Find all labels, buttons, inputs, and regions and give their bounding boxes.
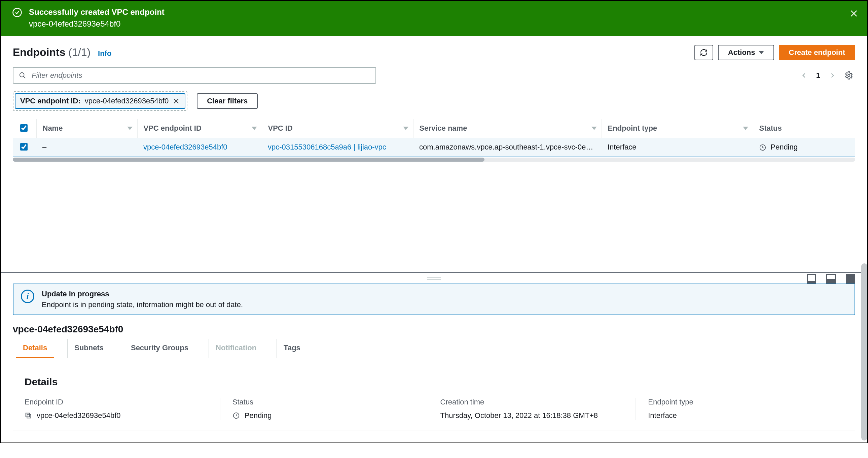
col-vpc-id[interactable]: VPC ID (262, 119, 413, 138)
success-banner: Successfully created VPC endpoint vpce-0… (1, 1, 867, 36)
tab-notification: Notification (209, 339, 263, 358)
filter-token-vpc-endpoint-id[interactable]: VPC endpoint ID: vpce-04efed32693e54bf0 (15, 93, 185, 109)
page-title: Endpoints (1/1) (13, 46, 91, 59)
copy-icon[interactable] (25, 412, 32, 419)
pending-icon (232, 412, 240, 419)
tab-details[interactable]: Details (16, 339, 54, 358)
pager-next[interactable] (829, 72, 836, 79)
success-check-icon (12, 7, 22, 18)
banner-title: Successfully created VPC endpoint (29, 7, 164, 17)
pane-size-full-icon[interactable] (846, 274, 855, 284)
details-card: Details Endpoint ID vpce-04efed32693e54b… (13, 366, 855, 430)
horizontal-scrollbar[interactable] (13, 158, 855, 162)
svg-rect-5 (26, 413, 30, 417)
creation-time-value: Thursday, October 13, 2022 at 16:18:38 G… (440, 411, 598, 420)
refresh-button[interactable] (694, 45, 713, 60)
actions-dropdown[interactable]: Actions (718, 45, 774, 60)
pager-prev[interactable] (801, 72, 807, 79)
details-card-title: Details (25, 376, 843, 388)
endpoint-type-label: Endpoint type (648, 398, 831, 406)
select-all-checkbox[interactable] (20, 124, 28, 132)
cell-name: – (36, 138, 137, 156)
tab-tags[interactable]: Tags (277, 339, 307, 358)
cell-vpc-id-link[interactable]: vpc-03155306168c5a9a6 | lijiao-vpc (268, 143, 386, 151)
endpoint-id-value: vpce-04efed32693e54bf0 (37, 411, 121, 420)
drag-handle-icon[interactable] (427, 277, 441, 280)
col-endpoint-type[interactable]: Endpoint type (601, 119, 753, 138)
banner-subtitle: vpce-04efed32693e54bf0 (29, 19, 164, 29)
pane-splitter[interactable] (1, 273, 867, 284)
create-endpoint-button[interactable]: Create endpoint (779, 45, 855, 60)
row-checkbox[interactable] (20, 143, 28, 150)
status-label: Status (232, 398, 416, 406)
svg-point-2 (848, 75, 850, 77)
cell-endpoint-type: Interface (601, 138, 753, 156)
info-link[interactable]: Info (98, 49, 111, 58)
clear-filters-button[interactable]: Clear filters (197, 93, 258, 109)
remove-filter-icon[interactable] (173, 97, 180, 105)
alert-title: Update in progress (42, 290, 243, 298)
col-endpoint-id[interactable]: VPC endpoint ID (137, 119, 262, 138)
cell-endpoint-id-link[interactable]: vpce-04efed32693e54bf0 (143, 143, 227, 151)
endpoint-id-label: Endpoint ID (25, 398, 208, 406)
tab-subnets[interactable]: Subnets (67, 339, 110, 358)
endpoint-type-value: Interface (648, 411, 677, 420)
alert-body: Endpoint is in pending state, informatio… (42, 300, 243, 309)
creation-time-label: Creation time (440, 398, 624, 406)
selection-count: (1/1) (68, 46, 91, 58)
update-in-progress-alert: i Update in progress Endpoint is in pend… (13, 284, 855, 315)
caret-down-icon (759, 51, 764, 54)
settings-icon[interactable] (844, 71, 853, 80)
svg-point-0 (13, 8, 22, 17)
svg-point-1 (20, 73, 24, 77)
cell-service-name: com.amazonaws.vpce.ap-southeast-1.vpce-s… (413, 138, 601, 156)
search-icon (19, 72, 26, 79)
search-input-wrapper[interactable] (13, 67, 376, 84)
col-name[interactable]: Name (36, 119, 137, 138)
pending-icon (759, 144, 766, 151)
detail-endpoint-id-heading: vpce-04efed32693e54bf0 (13, 324, 855, 335)
svg-rect-4 (27, 414, 31, 418)
col-service-name[interactable]: Service name (413, 119, 601, 138)
pane-size-small-icon[interactable] (807, 274, 816, 284)
detail-tabs: Details Subnets Security Groups Notifica… (13, 339, 855, 358)
status-value: Pending (245, 411, 272, 420)
pager-page: 1 (816, 71, 820, 80)
close-icon[interactable] (849, 9, 859, 18)
sort-icon (127, 126, 132, 130)
col-status[interactable]: Status (753, 119, 855, 138)
refresh-icon (700, 49, 708, 57)
cell-status: Pending (753, 138, 855, 156)
endpoints-table: Name VPC endpoint ID VPC ID Service name… (13, 119, 855, 157)
tab-security-groups[interactable]: Security Groups (124, 339, 195, 358)
info-icon: i (21, 290, 34, 303)
search-input[interactable] (31, 71, 370, 80)
pane-size-half-icon[interactable] (826, 274, 836, 284)
table-row[interactable]: – vpce-04efed32693e54bf0 vpc-03155306168… (13, 138, 855, 156)
